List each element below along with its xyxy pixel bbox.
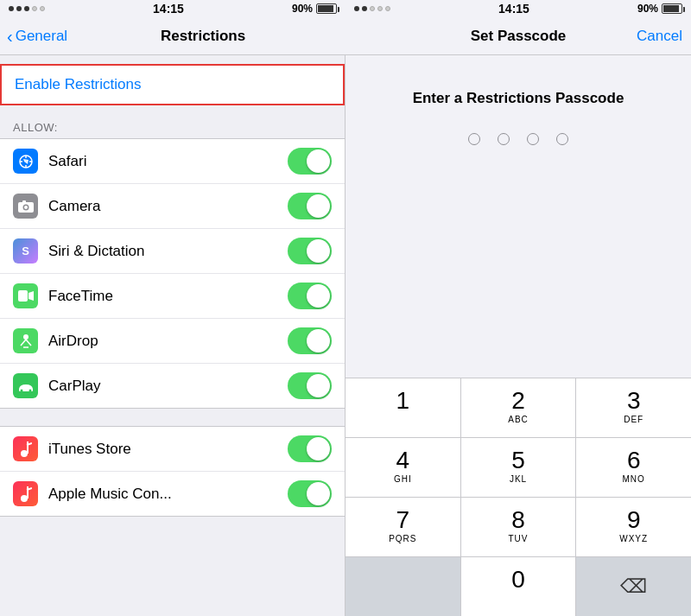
siri-toggle[interactable]: [288, 238, 332, 264]
numpad: 1 2 ABC 3 DEF 4 GHI 5: [346, 378, 691, 616]
key-1[interactable]: 1: [346, 378, 461, 437]
numpad-row-4: 0 ⌫: [346, 557, 691, 616]
carplay-toggle[interactable]: [288, 372, 332, 399]
passcode-title: Enter a Restrictions Passcode: [413, 90, 624, 107]
key-5[interactable]: 5 JKL: [461, 438, 577, 497]
right-signal-dot-2: [362, 6, 367, 11]
apple-music-toggle[interactable]: [288, 480, 332, 507]
carplay-label: CarPlay: [48, 378, 288, 395]
key-3[interactable]: 3 DEF: [576, 378, 691, 437]
svg-point-19: [21, 495, 28, 502]
siri-label: Siri & Dictation: [48, 243, 288, 260]
svg-marker-5: [23, 159, 29, 164]
key-1-letters: [401, 415, 404, 427]
right-panel: Enter a Restrictions Passcode 1 2 ABC: [346, 55, 691, 616]
key-9[interactable]: 9 WXYZ: [576, 498, 691, 556]
numpad-row-2: 4 GHI 5 JKL 6 MNO: [346, 438, 691, 498]
key-delete[interactable]: ⌫: [576, 557, 691, 616]
svg-point-8: [24, 206, 28, 209]
left-nav-bar: ‹ General Restrictions: [0, 17, 346, 55]
apple-music-label: Apple Music Con...: [48, 486, 288, 503]
right-battery-pct: 90%: [637, 3, 658, 15]
right-status-bar: 14:15 90%: [346, 0, 691, 17]
camera-toggle[interactable]: [288, 193, 332, 219]
left-battery-icon: [316, 3, 337, 14]
back-label: General: [16, 28, 67, 45]
itunes-row: iTunes Store: [0, 427, 345, 472]
allow-header: ALLOW:: [0, 114, 345, 138]
airdrop-icon: [13, 328, 38, 353]
passcode-dot-2: [498, 133, 510, 145]
svg-marker-11: [29, 291, 34, 301]
itunes-label: iTunes Store: [48, 441, 288, 458]
itunes-toggle[interactable]: [288, 435, 332, 462]
key-2[interactable]: 2 ABC: [461, 378, 577, 437]
cancel-button[interactable]: Cancel: [637, 28, 682, 45]
carplay-row: CarPlay: [0, 364, 345, 408]
airdrop-toggle[interactable]: [288, 327, 332, 354]
camera-row: Camera: [0, 184, 345, 229]
left-battery-pct: 90%: [292, 3, 313, 15]
numpad-row-3: 7 PQRS 8 TUV 9 WXYZ: [346, 498, 691, 557]
key-4[interactable]: 4 GHI: [346, 438, 461, 497]
key-8-letters: TUV: [509, 534, 529, 546]
enable-restrictions-label: Enable Restrictions: [15, 76, 141, 92]
signal-dot-1: [9, 6, 14, 11]
passcode-dots: [468, 133, 568, 145]
facetime-toggle[interactable]: [288, 283, 332, 309]
key-7-number: 7: [396, 508, 410, 532]
airdrop-row: AirDrop: [0, 319, 345, 364]
left-panel: Enable Restrictions ALLOW: Safari: [0, 55, 346, 616]
key-5-letters: JKL: [510, 474, 527, 486]
left-signal-dots: [9, 6, 45, 11]
camera-icon: [13, 194, 38, 219]
signal-dot-2: [16, 6, 22, 11]
right-time: 14:15: [498, 2, 529, 16]
back-chevron-icon: ‹: [7, 28, 13, 45]
key-0[interactable]: 0: [461, 557, 577, 616]
safari-row: Safari: [0, 139, 345, 184]
right-nav-bar: Set Passcode Cancel: [346, 17, 691, 55]
back-button[interactable]: ‹ General: [7, 28, 67, 45]
passcode-prompt-area: Enter a Restrictions Passcode: [346, 55, 691, 378]
key-7[interactable]: 7 PQRS: [346, 498, 461, 556]
svg-rect-17: [27, 441, 29, 454]
right-signal-dot-5: [385, 6, 390, 11]
itunes-icon: [13, 436, 38, 461]
key-5-number: 5: [511, 448, 525, 473]
signal-dot-5: [40, 6, 45, 11]
key-8-number: 8: [511, 508, 525, 532]
key-0-letters: [517, 594, 520, 606]
settings-group: Safari Camera S: [0, 138, 345, 409]
signal-dot-4: [32, 6, 37, 11]
safari-label: Safari: [48, 153, 288, 170]
passcode-dot-1: [468, 133, 480, 145]
right-signal-dot-3: [370, 6, 375, 11]
siri-icon: S: [13, 238, 38, 264]
safari-toggle[interactable]: [288, 148, 332, 175]
key-6[interactable]: 6 MNO: [576, 438, 691, 497]
enable-restrictions-cell[interactable]: Enable Restrictions: [0, 64, 345, 105]
airdrop-label: AirDrop: [48, 333, 288, 350]
svg-point-14: [20, 389, 22, 391]
svg-point-15: [29, 389, 31, 391]
key-4-letters: GHI: [394, 474, 412, 486]
right-nav-title: Set Passcode: [471, 28, 567, 45]
nav-bars: ‹ General Restrictions Set Passcode Canc…: [0, 17, 691, 55]
left-time: 14:15: [153, 2, 184, 16]
key-8[interactable]: 8 TUV: [461, 498, 577, 556]
numpad-row-1: 1 2 ABC 3 DEF: [346, 378, 691, 438]
right-battery-icon: [662, 3, 682, 14]
facetime-icon: [13, 283, 38, 308]
facetime-row: FaceTime: [0, 274, 345, 319]
key-0-number: 0: [511, 568, 525, 592]
siri-row: S Siri & Dictation: [0, 229, 345, 274]
facetime-label: FaceTime: [48, 288, 288, 305]
key-empty: [346, 557, 461, 616]
key-3-number: 3: [627, 389, 641, 413]
key-2-letters: ABC: [508, 415, 529, 427]
key-1-number: 1: [396, 389, 410, 413]
camera-label: Camera: [48, 198, 288, 215]
key-7-letters: PQRS: [389, 534, 416, 546]
key-4-number: 4: [396, 448, 410, 473]
